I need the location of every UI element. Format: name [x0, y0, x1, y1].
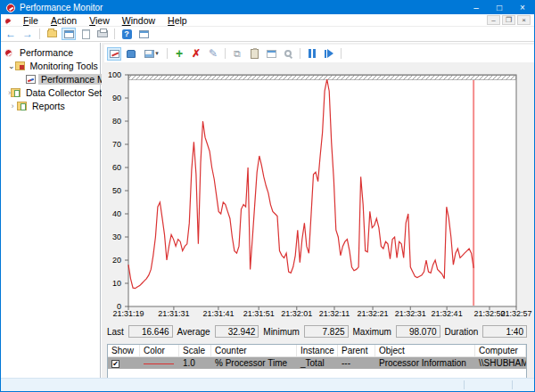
forward-button[interactable]: →: [21, 28, 35, 40]
change-graph-type-button[interactable]: ▾: [141, 47, 162, 61]
help-icon: ?: [122, 29, 132, 39]
value-bar: Last 16.646 Average 32.942 Minimum 7.825…: [107, 324, 527, 339]
counter-color-swatch: [144, 363, 174, 364]
column-header-computer[interactable]: Computer: [475, 345, 526, 356]
log-data-icon: [127, 50, 136, 58]
pencil-icon: ✎: [209, 47, 218, 60]
toolbar-separator: [167, 48, 168, 59]
menu-file[interactable]: File: [17, 15, 45, 26]
column-header-counter[interactable]: Counter: [211, 345, 297, 356]
tree-item-performance-monitor[interactable]: Performance Monitor: [1, 72, 100, 86]
help-button[interactable]: ?: [119, 28, 134, 40]
mdi-window-controls: – ❐ ×: [487, 15, 534, 25]
clipboard-icon: [251, 49, 259, 59]
column-header-parent[interactable]: Parent: [338, 345, 375, 356]
freeze-display-button[interactable]: [305, 47, 319, 61]
counter-instance: _Total: [297, 358, 338, 368]
toolbar-separator: [300, 48, 300, 59]
zoom-button[interactable]: [281, 47, 295, 61]
graph-type-icon: [144, 50, 154, 58]
column-header-color[interactable]: Color: [140, 345, 179, 356]
tree-item-reports[interactable]: › Reports: [1, 99, 100, 112]
x-tick-label: 21:32:01: [281, 309, 312, 318]
pause-icon: [309, 49, 316, 58]
counter-computer: \\SHUBHAMDALW...: [475, 358, 526, 368]
legend-header-row: Show Color Scale Counter Instance Parent…: [108, 345, 526, 357]
y-tick-label: 10: [103, 279, 121, 288]
x-tick-label: 21:32:11: [319, 309, 350, 318]
y-tick-label: 50: [103, 186, 121, 195]
minimize-button[interactable]: –: [465, 1, 488, 14]
show-action-pane-button[interactable]: [136, 28, 151, 40]
maximum-label: Maximum: [353, 327, 391, 337]
last-value: 16.646: [128, 325, 173, 338]
back-button[interactable]: ←: [4, 28, 18, 40]
average-label: Average: [177, 327, 210, 337]
mdi-close-button[interactable]: ×: [517, 15, 531, 25]
add-counter-button[interactable]: +: [172, 47, 186, 61]
y-tick-label: 80: [103, 117, 121, 126]
dropdown-arrow-icon: ▾: [155, 50, 159, 57]
magnifier-icon: [284, 50, 292, 57]
duration-label: Duration: [445, 327, 479, 337]
window-title: Performance Monitor: [20, 3, 465, 12]
main-toolbar: ← → ?: [1, 27, 534, 42]
chevron-expanded-icon[interactable]: ⌄: [8, 61, 15, 70]
console-tree-toggle-button[interactable]: [62, 28, 76, 40]
perfmon-app-icon: [6, 4, 15, 12]
menu-window[interactable]: Window: [116, 15, 161, 26]
show-checkbox[interactable]: ✔: [111, 360, 119, 368]
menu-action[interactable]: Action: [45, 15, 83, 26]
print-button[interactable]: [95, 28, 110, 40]
x-axis-labels: 21:31:1921:31:3121:31:4121:31:5121:32:01…: [124, 309, 521, 320]
y-tick-label: 100: [103, 70, 121, 79]
column-header-object[interactable]: Object: [375, 345, 475, 356]
delete-counter-button[interactable]: ✗: [189, 47, 203, 61]
tree-item-label: Performance: [17, 47, 76, 58]
y-tick-label: 40: [103, 209, 121, 218]
mdi-minimize-button[interactable]: –: [487, 15, 500, 25]
copy-properties-button[interactable]: ⧉: [230, 47, 244, 61]
menu-help[interactable]: Help: [161, 15, 193, 26]
y-axis-labels: 0102030405060708090100: [103, 74, 123, 307]
tree-item-monitoring-tools[interactable]: ⌄ Monitoring Tools: [1, 59, 100, 72]
mdi-restore-button[interactable]: ❐: [502, 15, 515, 25]
performance-monitor-console: ▾ + ✗ ✎ ⧉ 0102030405060708090100: [102, 43, 534, 378]
export-list-button[interactable]: [78, 28, 93, 40]
close-button[interactable]: ×: [511, 1, 534, 14]
toolbar-separator: [114, 29, 115, 39]
update-data-button[interactable]: [322, 47, 336, 61]
last-label: Last: [107, 327, 124, 337]
tree-item-label: Data Collector Sets: [23, 87, 109, 98]
y-tick-label: 60: [103, 163, 121, 172]
performance-monitor-window: { "window": { "title": "Performance Moni…: [0, 0, 535, 392]
counter-parent: ---: [338, 358, 375, 368]
column-header-show[interactable]: Show: [108, 345, 140, 356]
y-tick-label: 30: [103, 233, 121, 241]
minimum-value: 7.825: [304, 325, 349, 338]
paste-counter-list-button[interactable]: [247, 47, 261, 61]
reports-folder-icon: [17, 102, 27, 110]
column-header-scale[interactable]: Scale: [179, 345, 211, 356]
data-collector-sets-folder-icon: [11, 88, 21, 97]
up-one-level-button[interactable]: [45, 28, 59, 40]
properties-button[interactable]: [264, 47, 278, 61]
tree-item-performance-root[interactable]: Performance: [1, 45, 100, 59]
chevron-collapsed-icon[interactable]: ›: [8, 102, 17, 110]
duration-value: 1:40: [482, 325, 527, 338]
cpu-usage-line-chart: [124, 74, 523, 311]
view-current-activity-button[interactable]: [107, 47, 121, 61]
menu-view[interactable]: View: [83, 15, 116, 26]
line-chart-icon: [110, 50, 119, 58]
maximize-button[interactable]: □: [488, 1, 511, 14]
highlight-button[interactable]: ✎: [206, 47, 220, 61]
time-bar-hatch: [129, 76, 516, 80]
tree-item-data-collector-sets[interactable]: › Data Collector Sets: [1, 86, 100, 99]
counter-row-processor-time[interactable]: ✔ 1.0 % Processor Time _Total --- Proces…: [108, 357, 526, 369]
view-log-data-button[interactable]: [124, 47, 138, 61]
x-tick-label: 21:31:51: [243, 309, 275, 318]
action-pane-icon: [139, 30, 149, 38]
counter-scale: 1.0: [179, 358, 211, 368]
column-header-instance[interactable]: Instance: [297, 345, 338, 356]
x-tick-label: 21:32:21: [358, 309, 389, 318]
